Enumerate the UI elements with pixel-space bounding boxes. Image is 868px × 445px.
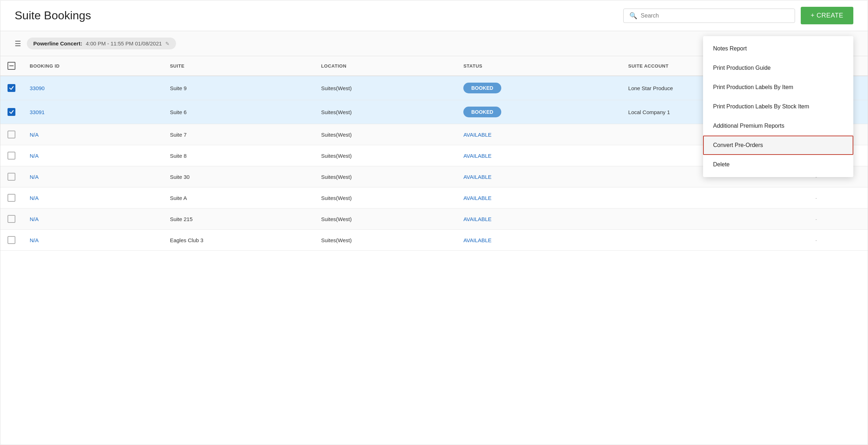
row-checkbox-cell bbox=[0, 124, 23, 145]
location: Suites(West) bbox=[314, 145, 456, 166]
event-name: Powerline Concert: bbox=[33, 40, 82, 47]
col-status: STATUS bbox=[456, 56, 621, 76]
checkbox-unchecked[interactable] bbox=[8, 215, 15, 223]
filter-icon[interactable]: ☰ bbox=[15, 39, 21, 48]
location: Suites(West) bbox=[314, 100, 456, 124]
booking-id: N/A bbox=[23, 187, 163, 209]
suite-name: Suite 30 bbox=[163, 166, 314, 187]
create-button[interactable]: + CREATE bbox=[801, 7, 853, 24]
event-chip[interactable]: Powerline Concert: 4:00 PM - 11:55 PM 01… bbox=[27, 38, 176, 49]
location: Suites(West) bbox=[314, 230, 456, 251]
location: Suites(West) bbox=[314, 187, 456, 209]
suite-account bbox=[621, 209, 808, 230]
row-checkbox-cell bbox=[0, 209, 23, 230]
row-checkbox-cell bbox=[0, 145, 23, 166]
select-all-header[interactable] bbox=[0, 56, 23, 76]
partial-checkbox[interactable] bbox=[8, 62, 15, 70]
booking-id[interactable]: 33090 bbox=[23, 76, 163, 100]
extra-col: - bbox=[808, 187, 868, 209]
checkbox-checked[interactable] bbox=[8, 84, 15, 92]
context-menu-item[interactable]: Notes Report bbox=[703, 39, 853, 58]
suite-name: Suite 6 bbox=[163, 100, 314, 124]
col-suite: SUITE bbox=[163, 56, 314, 76]
booking-id: N/A bbox=[23, 166, 163, 187]
checkbox-unchecked[interactable] bbox=[8, 152, 15, 160]
context-menu-item[interactable]: Print Production Guide bbox=[703, 58, 853, 78]
status: BOOKED bbox=[456, 100, 621, 124]
checkbox-unchecked[interactable] bbox=[8, 194, 15, 202]
row-checkbox-cell bbox=[0, 166, 23, 187]
status: AVAILABLE bbox=[456, 209, 621, 230]
table-row: N/ASuite ASuites(West)AVAILABLE- bbox=[0, 187, 868, 209]
page-title: Suite Bookings bbox=[15, 9, 91, 22]
context-menu-item[interactable]: Print Production Labels By Stock Item bbox=[703, 97, 853, 116]
location: Suites(West) bbox=[314, 209, 456, 230]
suite-name: Suite 9 bbox=[163, 76, 314, 100]
extra-col: - bbox=[808, 209, 868, 230]
col-booking-id: BOOKING ID bbox=[23, 56, 163, 76]
booking-id: N/A bbox=[23, 145, 163, 166]
search-icon: 🔍 bbox=[629, 12, 637, 20]
location: Suites(West) bbox=[314, 124, 456, 145]
location: Suites(West) bbox=[314, 166, 456, 187]
booking-id: N/A bbox=[23, 230, 163, 251]
suite-name: Suite 8 bbox=[163, 145, 314, 166]
dash: - bbox=[815, 216, 817, 222]
row-checkbox-cell bbox=[0, 76, 23, 100]
dash: - bbox=[815, 195, 817, 201]
header: Suite Bookings 🔍 + CREATE bbox=[0, 0, 868, 31]
context-menu-item[interactable]: Additional Premium Reports bbox=[703, 116, 853, 136]
status: AVAILABLE bbox=[456, 145, 621, 166]
location: Suites(West) bbox=[314, 76, 456, 100]
suite-account bbox=[621, 230, 808, 251]
row-checkbox-cell bbox=[0, 187, 23, 209]
search-input[interactable] bbox=[641, 13, 789, 19]
extra-col: - bbox=[808, 230, 868, 251]
suite-name: Suite A bbox=[163, 187, 314, 209]
context-menu: Notes ReportPrint Production GuidePrint … bbox=[703, 36, 853, 177]
event-time: 4:00 PM - 11:55 PM 01/08/2021 bbox=[86, 40, 162, 47]
search-box[interactable]: 🔍 bbox=[623, 9, 795, 23]
suite-name: Eagles Club 3 bbox=[163, 230, 314, 251]
row-checkbox-cell bbox=[0, 230, 23, 251]
context-menu-item[interactable]: Print Production Labels By Item bbox=[703, 78, 853, 97]
context-menu-item[interactable]: Convert Pre-Orders bbox=[703, 136, 853, 155]
status: BOOKED bbox=[456, 76, 621, 100]
status: AVAILABLE bbox=[456, 166, 621, 187]
status: AVAILABLE bbox=[456, 187, 621, 209]
booking-id[interactable]: 33091 bbox=[23, 100, 163, 124]
suite-name: Suite 7 bbox=[163, 124, 314, 145]
app-container: Suite Bookings 🔍 + CREATE ☰ Powerline Co… bbox=[0, 0, 868, 445]
suite-account bbox=[621, 187, 808, 209]
edit-icon[interactable]: ✎ bbox=[165, 41, 170, 47]
table-row: N/ASuite 215Suites(West)AVAILABLE- bbox=[0, 209, 868, 230]
checkbox-unchecked[interactable] bbox=[8, 236, 15, 244]
booking-id: N/A bbox=[23, 124, 163, 145]
dash: - bbox=[815, 237, 817, 243]
col-location: LOCATION bbox=[314, 56, 456, 76]
checkbox-unchecked[interactable] bbox=[8, 131, 15, 138]
table-row: N/AEagles Club 3Suites(West)AVAILABLE- bbox=[0, 230, 868, 251]
status: AVAILABLE bbox=[456, 124, 621, 145]
booking-id: N/A bbox=[23, 209, 163, 230]
status: AVAILABLE bbox=[456, 230, 621, 251]
checkbox-checked[interactable] bbox=[8, 108, 15, 116]
suite-name: Suite 215 bbox=[163, 209, 314, 230]
checkbox-unchecked[interactable] bbox=[8, 173, 15, 181]
header-right: 🔍 + CREATE bbox=[623, 7, 853, 24]
context-menu-item[interactable]: Delete bbox=[703, 155, 853, 174]
row-checkbox-cell bbox=[0, 100, 23, 124]
